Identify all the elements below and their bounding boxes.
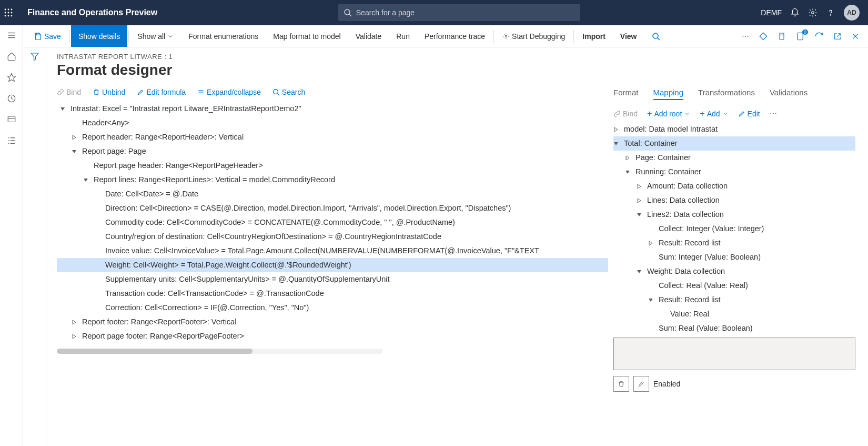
svg-point-8 xyxy=(11,15,13,17)
svg-point-6 xyxy=(5,15,6,17)
svg-point-5 xyxy=(11,12,13,14)
top-navbar: Finance and Operations Preview DEMF AD xyxy=(0,0,868,25)
search-input[interactable] xyxy=(356,8,575,17)
svg-point-12 xyxy=(830,15,831,15)
svg-point-0 xyxy=(5,9,6,11)
search-icon xyxy=(344,8,352,17)
app-title: Finance and Operations Preview xyxy=(25,8,157,17)
svg-point-9 xyxy=(345,9,350,15)
svg-point-4 xyxy=(8,12,9,14)
svg-point-7 xyxy=(8,15,9,17)
svg-point-11 xyxy=(812,12,814,14)
waffle-icon[interactable] xyxy=(4,8,25,17)
bell-icon[interactable] xyxy=(790,8,800,17)
global-search[interactable] xyxy=(338,4,580,21)
svg-line-10 xyxy=(349,14,351,16)
company-label[interactable]: DEMF xyxy=(761,8,782,17)
avatar[interactable]: AD xyxy=(844,5,860,21)
svg-point-2 xyxy=(11,9,13,11)
svg-point-3 xyxy=(5,12,6,14)
help-icon[interactable] xyxy=(826,8,835,17)
gear-icon[interactable] xyxy=(808,8,817,17)
svg-point-1 xyxy=(8,9,9,11)
